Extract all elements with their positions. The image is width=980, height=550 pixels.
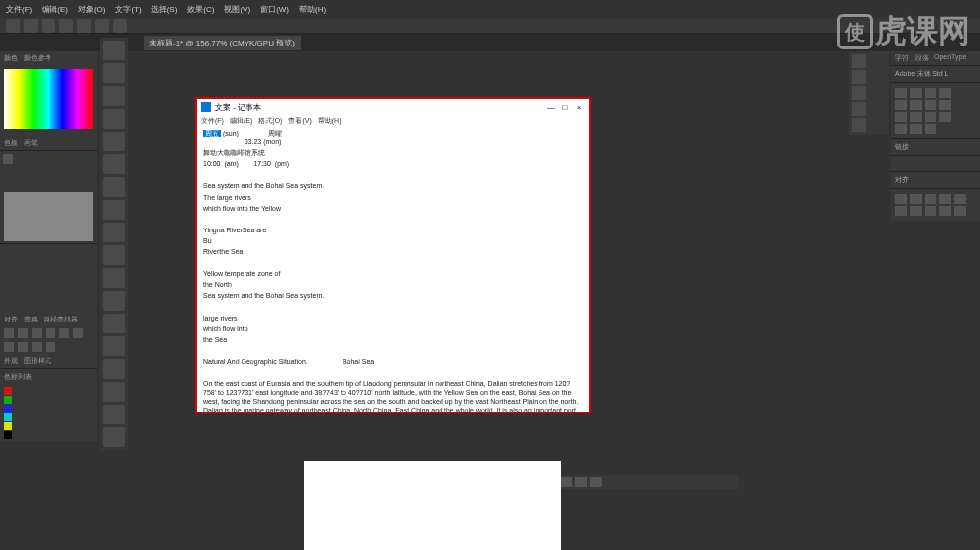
font-selector[interactable]: Adobe 宋体 Std L — [891, 65, 980, 82]
eyedrop-tool-icon[interactable] — [103, 359, 125, 379]
window-close-button[interactable]: × — [573, 103, 585, 112]
mt-icon[interactable] — [590, 477, 602, 487]
pencil-tool-icon[interactable] — [103, 223, 125, 242]
control-icon[interactable] — [42, 19, 55, 33]
control-icon[interactable] — [113, 19, 127, 33]
right-strip-icon[interactable] — [852, 54, 866, 68]
zoom-tool-icon[interactable] — [103, 405, 125, 424]
swatch-icon[interactable] — [3, 154, 13, 164]
align-left-icon[interactable] — [4, 328, 14, 338]
align-top-icon[interactable] — [46, 328, 55, 338]
align-hcenter-icon[interactable] — [18, 328, 28, 338]
wand-tool-icon[interactable] — [103, 86, 125, 106]
align-btn[interactable] — [939, 206, 951, 216]
menu-edit[interactable]: 编辑(E) — [42, 4, 68, 15]
mt-icon[interactable] — [575, 477, 587, 487]
right-strip-icon[interactable] — [852, 102, 866, 116]
char-btn[interactable] — [910, 88, 922, 98]
char-btn[interactable] — [925, 124, 936, 134]
panel-tab-swatch[interactable]: 色板 — [4, 138, 18, 148]
char-btn[interactable] — [925, 100, 936, 110]
align-btn[interactable] — [910, 194, 922, 204]
control-icon[interactable] — [77, 19, 91, 33]
panel-tab-brush[interactable]: 画笔 — [24, 138, 38, 148]
menu-select[interactable]: 选择(S) — [151, 4, 178, 15]
align-btn[interactable] — [954, 194, 966, 204]
pen-tool-icon[interactable] — [103, 109, 125, 129]
panel-tab-graphic[interactable]: 图形样式 — [24, 356, 51, 366]
char-btn[interactable] — [939, 88, 951, 98]
swatch-item[interactable] — [4, 413, 12, 421]
swatch-item[interactable] — [4, 387, 12, 395]
dlg-menu-help[interactable]: 帮助(H) — [318, 116, 342, 126]
type-tool-icon[interactable] — [103, 132, 125, 151]
selection-tool-icon[interactable] — [103, 41, 125, 60]
dist-icon[interactable] — [46, 342, 55, 352]
menu-window[interactable]: 窗口(W) — [260, 4, 289, 15]
right-align-header[interactable]: 对齐 — [891, 171, 980, 188]
mt-icon[interactable] — [560, 477, 572, 487]
gradient-tool-icon[interactable] — [103, 336, 125, 356]
char-btn[interactable] — [925, 112, 936, 122]
brush-tool-icon[interactable] — [103, 200, 125, 220]
char-btn[interactable] — [895, 112, 907, 122]
hand-tool-icon[interactable] — [103, 382, 125, 402]
align-right-icon[interactable] — [32, 328, 42, 338]
right-strip-icon[interactable] — [852, 70, 866, 84]
dialog-titlebar[interactable]: 文案 - 记事本 — □ × — [197, 99, 589, 115]
fill-stroke-icon[interactable] — [103, 427, 125, 447]
align-bottom-icon[interactable] — [73, 328, 83, 338]
dist-icon[interactable] — [4, 342, 14, 352]
align-btn[interactable] — [910, 206, 922, 216]
align-vcenter-icon[interactable] — [59, 328, 69, 338]
align-btn[interactable] — [925, 206, 936, 216]
menu-help[interactable]: 帮助(H) — [299, 4, 326, 15]
right-tab-para[interactable]: 段落 — [915, 53, 929, 63]
dist-icon[interactable] — [18, 342, 28, 352]
dist-icon[interactable] — [32, 342, 42, 352]
dlg-menu-view[interactable]: 查看(V) — [288, 116, 311, 126]
menu-view[interactable]: 视图(V) — [224, 4, 250, 15]
dlg-menu-format[interactable]: 格式(O) — [258, 116, 282, 126]
right-strip-icon[interactable] — [852, 118, 866, 132]
right-tab-char[interactable]: 字符 — [895, 53, 909, 63]
align-btn[interactable] — [939, 194, 951, 204]
dlg-menu-file[interactable]: 文件(F) — [201, 116, 224, 126]
char-btn[interactable] — [939, 100, 951, 110]
char-btn[interactable] — [895, 88, 907, 98]
window-maximize-button[interactable]: □ — [559, 103, 571, 112]
panel-tab-pathfinder[interactable]: 路径查找器 — [44, 315, 78, 324]
control-icon[interactable] — [6, 19, 20, 33]
align-btn[interactable] — [925, 194, 936, 204]
right-tab-opentype[interactable]: OpenType — [934, 53, 966, 63]
swatch-item[interactable] — [4, 431, 12, 439]
dialog-text-area[interactable]: 周五 (sun) 周曜 ----- 03.23 (mon) 舞动大咖咖啡馆系统 … — [197, 127, 589, 412]
panel-tab-appearance[interactable]: 外观 — [4, 356, 18, 366]
right-strip-icon[interactable] — [852, 86, 866, 100]
color-spectrum[interactable] — [4, 69, 93, 129]
rotate-tool-icon[interactable] — [103, 268, 125, 288]
eraser-tool-icon[interactable] — [103, 245, 125, 265]
control-icon[interactable] — [24, 19, 38, 33]
char-btn[interactable] — [925, 88, 936, 98]
char-btn[interactable] — [895, 124, 907, 134]
control-icon[interactable] — [95, 19, 109, 33]
menu-object[interactable]: 对象(O) — [78, 4, 106, 15]
rect-tool-icon[interactable] — [103, 177, 125, 197]
swatch-item[interactable] — [4, 396, 12, 404]
dlg-menu-edit[interactable]: 编辑(E) — [230, 116, 252, 126]
char-btn[interactable] — [895, 100, 907, 110]
panel-tab-align[interactable]: 对齐 — [4, 315, 18, 324]
window-minimize-button[interactable]: — — [545, 103, 557, 112]
menu-file[interactable]: 文件(F) — [6, 4, 32, 15]
align-btn[interactable] — [895, 194, 907, 204]
swatch-item[interactable] — [4, 405, 12, 412]
panel-tab-color[interactable]: 颜色 — [4, 53, 18, 63]
align-btn[interactable] — [895, 206, 907, 216]
char-btn[interactable] — [910, 100, 922, 110]
menu-type[interactable]: 文字(T) — [115, 4, 141, 15]
gradient-preview[interactable] — [4, 192, 93, 241]
char-btn[interactable] — [910, 112, 922, 122]
direct-select-tool-icon[interactable] — [103, 63, 125, 83]
panel-tab-transform[interactable]: 变换 — [24, 315, 38, 324]
